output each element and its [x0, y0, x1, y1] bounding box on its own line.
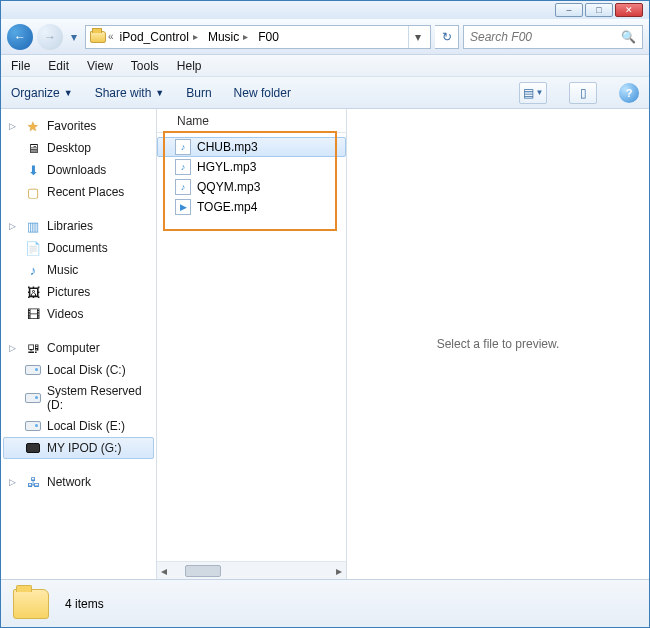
close-button[interactable]: ✕: [615, 3, 643, 17]
help-button[interactable]: ?: [619, 83, 639, 103]
breadcrumb-segment-0[interactable]: iPod_Control▸: [116, 30, 202, 44]
file-item-1[interactable]: ♪HGYL.mp3: [157, 157, 346, 177]
sidebar-item-my-ipod[interactable]: MY IPOD (G:): [3, 437, 154, 459]
sidebar-item-pictures[interactable]: 🖼Pictures: [3, 281, 154, 303]
audio-file-icon: ♪: [175, 139, 191, 155]
documents-icon: 📄: [25, 240, 41, 256]
search-box[interactable]: 🔍: [463, 25, 643, 49]
horizontal-scrollbar[interactable]: ◂ ▸: [157, 561, 346, 579]
menu-tools[interactable]: Tools: [131, 59, 159, 73]
status-folder-icon: [13, 589, 49, 619]
sidebar-item-videos[interactable]: 🎞Videos: [3, 303, 154, 325]
file-item-3[interactable]: ▶TOGE.mp4: [157, 197, 346, 217]
column-header-name[interactable]: Name: [157, 109, 346, 133]
file-list[interactable]: ♪CHUB.mp3 ♪HGYL.mp3 ♪QQYM.mp3 ▶TOGE.mp4: [157, 133, 346, 561]
sidebar-item-local-c[interactable]: Local Disk (C:): [3, 359, 154, 381]
menu-file[interactable]: File: [11, 59, 30, 73]
pictures-icon: 🖼: [25, 284, 41, 300]
file-item-2[interactable]: ♪QQYM.mp3: [157, 177, 346, 197]
libraries-icon: ▥: [25, 218, 41, 234]
sidebar-item-downloads[interactable]: ⬇Downloads: [3, 159, 154, 181]
sidebar-item-system-reserved[interactable]: System Reserved (D:: [3, 381, 154, 415]
drive-icon: [25, 362, 41, 378]
computer-group: ▷🖳Computer Local Disk (C:) System Reserv…: [3, 337, 154, 459]
preview-empty-text: Select a file to preview.: [437, 337, 560, 351]
preview-pane-button[interactable]: ▯: [569, 82, 597, 104]
video-file-icon: ▶: [175, 199, 191, 215]
back-button[interactable]: ←: [7, 24, 33, 50]
scroll-thumb[interactable]: [185, 565, 221, 577]
maximize-button[interactable]: □: [585, 3, 613, 17]
recent-icon: ▢: [25, 184, 41, 200]
drive-icon: [25, 390, 41, 406]
breadcrumb-segment-2[interactable]: F00: [254, 30, 283, 44]
network-group: ▷🖧Network: [3, 471, 154, 493]
title-bar: – □ ✕: [1, 1, 649, 19]
scroll-left-arrow[interactable]: ◂: [157, 564, 171, 578]
menu-view[interactable]: View: [87, 59, 113, 73]
favorites-group: ▷★Favorites 🖥Desktop ⬇Downloads ▢Recent …: [3, 115, 154, 203]
computer-header[interactable]: ▷🖳Computer: [3, 337, 154, 359]
menu-bar: File Edit View Tools Help: [1, 55, 649, 77]
refresh-button[interactable]: ↻: [435, 25, 459, 49]
search-icon: 🔍: [621, 30, 636, 44]
forward-button[interactable]: →: [37, 24, 63, 50]
network-icon: 🖧: [25, 474, 41, 490]
favorites-header[interactable]: ▷★Favorites: [3, 115, 154, 137]
explorer-window: – □ ✕ ← → ▾ « iPod_Control▸ Music▸ F00 ▾…: [0, 0, 650, 628]
sidebar-item-documents[interactable]: 📄Documents: [3, 237, 154, 259]
burn-button[interactable]: Burn: [186, 86, 211, 100]
preview-pane: Select a file to preview.: [347, 109, 649, 579]
computer-icon: 🖳: [25, 340, 41, 356]
ipod-icon: [25, 440, 41, 456]
breadcrumb-prefix: «: [108, 31, 114, 42]
search-input[interactable]: [470, 30, 621, 44]
new-folder-button[interactable]: New folder: [234, 86, 291, 100]
menu-edit[interactable]: Edit: [48, 59, 69, 73]
history-dropdown[interactable]: ▾: [67, 24, 81, 50]
share-with-button[interactable]: Share with ▼: [95, 86, 165, 100]
music-icon: ♪: [25, 262, 41, 278]
breadcrumb-segment-1[interactable]: Music▸: [204, 30, 252, 44]
status-bar: 4 items: [1, 579, 649, 627]
body: ▷★Favorites 🖥Desktop ⬇Downloads ▢Recent …: [1, 109, 649, 579]
folder-icon: [90, 29, 106, 45]
file-list-pane: Name ♪CHUB.mp3 ♪HGYL.mp3 ♪QQYM.mp3 ▶TOGE…: [157, 109, 347, 579]
star-icon: ★: [25, 118, 41, 134]
sidebar-item-local-e[interactable]: Local Disk (E:): [3, 415, 154, 437]
sidebar-item-desktop[interactable]: 🖥Desktop: [3, 137, 154, 159]
minimize-button[interactable]: –: [555, 3, 583, 17]
navigation-bar: ← → ▾ « iPod_Control▸ Music▸ F00 ▾ ↻ 🔍: [1, 19, 649, 55]
menu-help[interactable]: Help: [177, 59, 202, 73]
breadcrumb[interactable]: « iPod_Control▸ Music▸ F00 ▾: [85, 25, 431, 49]
sidebar-item-recent-places[interactable]: ▢Recent Places: [3, 181, 154, 203]
libraries-group: ▷▥Libraries 📄Documents ♪Music 🖼Pictures …: [3, 215, 154, 325]
downloads-icon: ⬇: [25, 162, 41, 178]
organize-button[interactable]: Organize ▼: [11, 86, 73, 100]
file-item-0[interactable]: ♪CHUB.mp3: [157, 137, 346, 157]
breadcrumb-dropdown[interactable]: ▾: [408, 26, 426, 48]
drive-icon: [25, 418, 41, 434]
toolbar: Organize ▼ Share with ▼ Burn New folder …: [1, 77, 649, 109]
sidebar-item-music[interactable]: ♪Music: [3, 259, 154, 281]
libraries-header[interactable]: ▷▥Libraries: [3, 215, 154, 237]
status-item-count: 4 items: [65, 597, 104, 611]
desktop-icon: 🖥: [25, 140, 41, 156]
audio-file-icon: ♪: [175, 179, 191, 195]
view-mode-button[interactable]: ▤▼: [519, 82, 547, 104]
videos-icon: 🎞: [25, 306, 41, 322]
navigation-sidebar[interactable]: ▷★Favorites 🖥Desktop ⬇Downloads ▢Recent …: [1, 109, 157, 579]
audio-file-icon: ♪: [175, 159, 191, 175]
scroll-right-arrow[interactable]: ▸: [332, 564, 346, 578]
network-header[interactable]: ▷🖧Network: [3, 471, 154, 493]
